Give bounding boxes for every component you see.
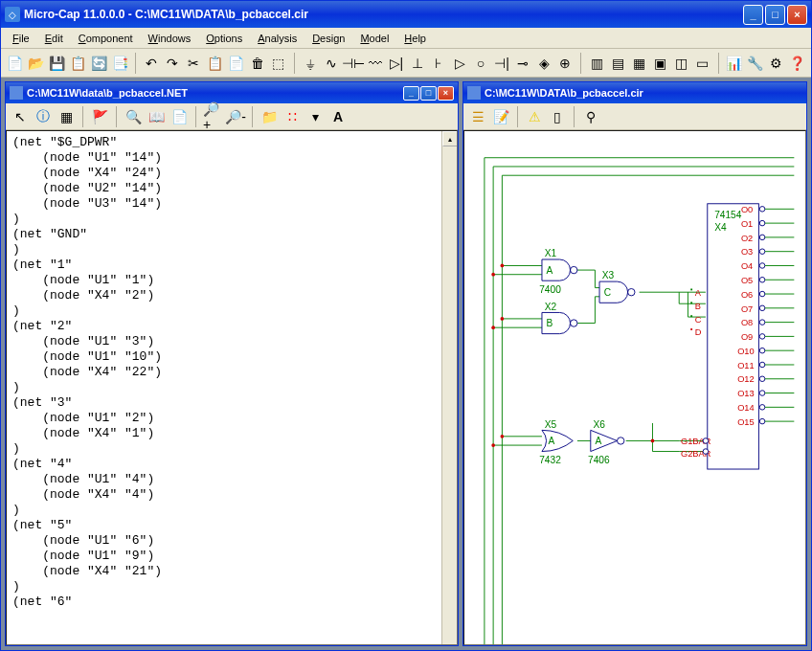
window1-icon[interactable]: ▥ (587, 53, 606, 74)
grid-icon[interactable]: ▦ (56, 106, 77, 127)
svg-text:X5: X5 (545, 419, 557, 430)
menu-help[interactable]: Help (396, 31, 434, 46)
svg-point-16 (759, 207, 765, 213)
window2-icon[interactable]: ▤ (608, 53, 627, 74)
source-icon[interactable]: ○ (471, 53, 490, 74)
list-icon[interactable]: ☰ (467, 106, 488, 127)
netlist-maximize-button[interactable]: □ (420, 86, 437, 101)
menubar: File Edit Component Windows Options Anal… (1, 28, 811, 49)
folder-icon[interactable]: 📁 (259, 106, 280, 127)
resistor-icon[interactable]: ∿ (322, 53, 341, 74)
menu-edit[interactable]: Edit (37, 31, 71, 46)
open-icon[interactable]: 📂 (26, 53, 45, 74)
svg-point-59 (703, 449, 709, 455)
page-icon[interactable]: 📝 (490, 106, 511, 127)
sheet-icon[interactable]: ▯ (547, 106, 568, 127)
color-icon[interactable]: ∷ (282, 106, 303, 127)
save-icon[interactable]: 💾 (47, 53, 66, 74)
select-icon[interactable]: ⬚ (269, 53, 288, 74)
tool1-icon[interactable]: 🔧 (746, 53, 765, 74)
menu-design[interactable]: Design (304, 31, 352, 46)
svg-text:D: D (695, 327, 702, 337)
switch-icon[interactable]: ⊸ (513, 53, 532, 74)
delete-icon[interactable]: 🗑 (248, 53, 267, 74)
calc-icon[interactable]: 📊 (725, 53, 744, 74)
refresh-icon[interactable]: 🔄 (89, 53, 108, 74)
undo-icon[interactable]: ↶ (142, 53, 161, 74)
revert-icon[interactable]: 📑 (110, 53, 129, 74)
doc-icon[interactable]: 📋 (68, 53, 87, 74)
window6-icon[interactable]: ▭ (693, 53, 712, 74)
cursor-icon[interactable]: ↖ (10, 106, 31, 127)
new-icon[interactable]: 📄 (5, 53, 24, 74)
window4-icon[interactable]: ▣ (650, 53, 669, 74)
menu-options[interactable]: Options (198, 31, 250, 46)
tool2-icon[interactable]: ⚙ (767, 53, 786, 74)
window5-icon[interactable]: ◫ (672, 53, 691, 74)
svg-point-38 (759, 362, 765, 368)
inductor-icon[interactable]: 〰 (366, 53, 385, 74)
svg-point-44 (759, 405, 765, 411)
warning-icon[interactable]: ⚠ (524, 106, 545, 127)
menu-file[interactable]: File (5, 31, 37, 46)
schematic-canvas[interactable]: 74154 X4 O0 O1 O2 O3 O4 O5 O6 O7 O8 O (464, 131, 805, 644)
dropdown-icon[interactable]: ▾ (304, 106, 326, 127)
netlist-text[interactable]: (net "$G_DPWR" (node "U1" "14") (node "X… (7, 131, 457, 614)
svg-rect-53 (690, 302, 692, 303)
app-icon: ◇ (5, 7, 20, 22)
schematic-content[interactable]: 74154 X4 O0 O1 O2 O3 O4 O5 O6 O7 O8 O (463, 130, 806, 645)
ground-icon[interactable]: ⏚ (301, 53, 320, 74)
svg-point-64 (571, 320, 577, 326)
svg-text:O3: O3 (741, 247, 753, 257)
battery-icon[interactable]: ⊣| (492, 53, 511, 74)
gate-x1: A X1 7400 (539, 248, 577, 295)
close-button[interactable]: × (787, 5, 807, 25)
probe-icon[interactable]: ⚲ (580, 106, 601, 127)
diode-icon[interactable]: ▷| (387, 53, 406, 74)
netlist-content[interactable]: (net "$G_DPWR" (node "U1" "14") (node "X… (6, 130, 458, 645)
netlist-title: C:\MC11W\data\b_pcbaccel.NET (27, 87, 402, 99)
svg-text:A: A (547, 265, 553, 276)
redo-icon[interactable]: ↷ (163, 53, 182, 74)
svg-point-82 (491, 443, 495, 447)
transformer-icon[interactable]: ◈ (534, 53, 553, 74)
cut-icon[interactable]: ✂ (184, 53, 203, 74)
opamp-icon[interactable]: ▷ (450, 53, 469, 74)
paste-icon[interactable]: 📄 (227, 53, 246, 74)
zoom-out-icon[interactable]: 🔎- (225, 106, 246, 127)
help-icon[interactable]: ❓ (788, 53, 807, 74)
svg-point-60 (571, 266, 577, 273)
svg-text:O13: O13 (737, 389, 754, 398)
meter-icon[interactable]: ⊕ (555, 53, 575, 74)
mosfet-icon[interactable]: ⊦ (429, 53, 448, 74)
menu-windows[interactable]: Windows (141, 31, 199, 46)
zoom-in-icon[interactable]: 🔎+ (202, 106, 223, 127)
copy-icon[interactable]: 📋 (205, 53, 224, 74)
info-icon[interactable]: ⓘ (33, 106, 54, 127)
book-icon[interactable]: 📖 (146, 106, 167, 127)
flag-icon[interactable]: 🚩 (89, 106, 110, 127)
schematic-window: C:\MC11W\DATA\b_pcbaccel.cir ☰ 📝 ⚠ ▯ ⚲ (462, 81, 807, 646)
minimize-button[interactable]: _ (743, 5, 763, 25)
svg-point-34 (759, 334, 765, 340)
find-icon[interactable]: 🔍 (123, 106, 144, 127)
menu-model[interactable]: Model (352, 31, 396, 46)
svg-text:O8: O8 (741, 318, 753, 327)
menu-component[interactable]: Component (71, 31, 141, 46)
netlist-close-button[interactable]: × (438, 86, 454, 101)
transistor-icon[interactable]: ⊥ (408, 53, 427, 74)
svg-point-83 (651, 439, 655, 443)
svg-point-81 (501, 435, 505, 438)
capacitor-icon[interactable]: ⊣⊢ (343, 53, 364, 74)
app-title: Micro-Cap 11.0.0.0 - C:\MC11W\DATA\b_pcb… (24, 8, 743, 21)
doc-icon[interactable]: 📄 (169, 106, 190, 127)
svg-text:X3: X3 (602, 270, 615, 281)
vertical-scrollbar[interactable]: ▴ (441, 131, 457, 644)
text-icon[interactable]: A (327, 106, 349, 127)
menu-analysis[interactable]: Analysis (250, 31, 304, 46)
scroll-up-icon[interactable]: ▴ (442, 131, 458, 146)
maximize-button[interactable]: □ (765, 5, 785, 25)
netlist-icon (10, 86, 23, 100)
netlist-minimize-button[interactable]: _ (403, 86, 419, 101)
window3-icon[interactable]: ▦ (629, 53, 648, 74)
